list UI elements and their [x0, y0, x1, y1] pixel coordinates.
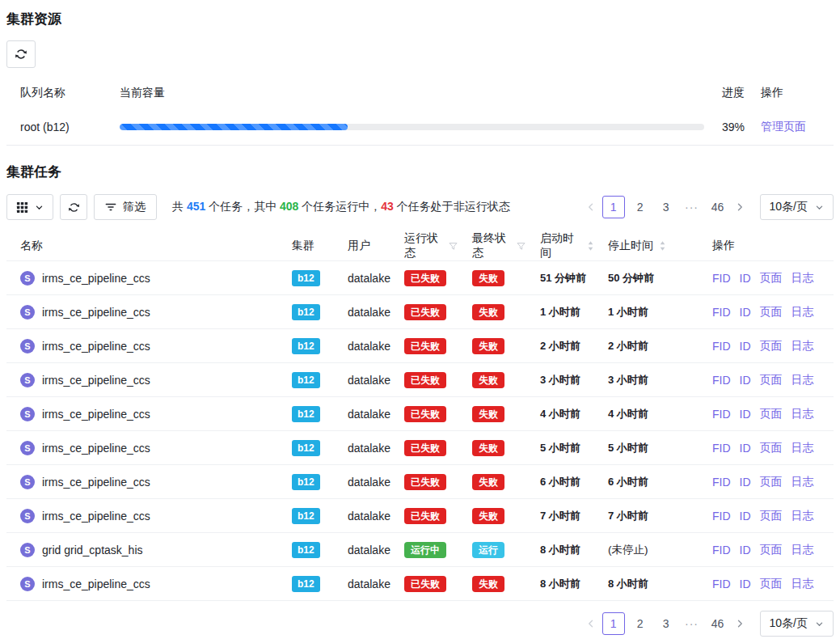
final-status-badge: 失败: [472, 304, 504, 320]
column-header: 运行状态: [390, 231, 458, 260]
action-link-id[interactable]: ID: [740, 578, 751, 590]
stop-time: (未停止): [608, 543, 648, 557]
action-link-日志[interactable]: 日志: [791, 305, 814, 320]
stop-time: 1 小时前: [608, 305, 648, 320]
action-link-fid[interactable]: FID: [712, 374, 731, 387]
action-link-日志[interactable]: 日志: [791, 339, 814, 353]
pagination-prev-button[interactable]: [582, 196, 600, 218]
column-header-label: 集群: [292, 239, 314, 253]
action-link-fid[interactable]: FID: [712, 510, 731, 523]
pagination-page-2[interactable]: 2: [630, 612, 651, 635]
action-link-日志[interactable]: 日志: [791, 373, 814, 387]
action-link-日志[interactable]: 日志: [791, 543, 814, 557]
action-link-fid[interactable]: FID: [712, 442, 731, 455]
pagination-page-3[interactable]: 3: [656, 196, 677, 218]
table-row: Sgrid grid_cptask_hisb12datalake运行中运行8 小…: [6, 533, 834, 567]
action-link-页面[interactable]: 页面: [760, 509, 783, 523]
action-link-日志[interactable]: 日志: [791, 475, 814, 489]
refresh-icon: [15, 48, 27, 61]
tasks-refresh-button[interactable]: [60, 194, 87, 220]
user-name: datalake: [348, 442, 390, 455]
start-time: 1 小时前: [540, 305, 580, 320]
action-link-id[interactable]: ID: [740, 544, 751, 556]
pagination-page-1[interactable]: 1: [602, 196, 625, 218]
column-header-label: 用户: [348, 239, 370, 253]
action-link-日志[interactable]: 日志: [791, 407, 814, 421]
resources-refresh-button[interactable]: [6, 40, 36, 68]
pagination-page-1[interactable]: 1: [602, 612, 625, 635]
action-link-页面[interactable]: 页面: [760, 475, 783, 489]
column-header: 名称: [6, 239, 278, 253]
pagination-page-46[interactable]: 46: [707, 612, 728, 635]
action-link-页面[interactable]: 页面: [760, 271, 783, 286]
action-link-id[interactable]: ID: [740, 442, 751, 455]
action-link-fid[interactable]: FID: [712, 272, 731, 285]
sort-icon[interactable]: [659, 240, 666, 252]
summary-count-blue: 451: [187, 200, 205, 213]
action-link-fid[interactable]: FID: [712, 306, 731, 319]
filter-button[interactable]: 筛选: [94, 194, 157, 220]
action-link-id[interactable]: ID: [740, 306, 751, 319]
user-name: datalake: [348, 272, 390, 285]
pagination-page-3[interactable]: 3: [656, 612, 677, 635]
action-link-页面[interactable]: 页面: [760, 373, 783, 387]
pagination-next-button[interactable]: [731, 612, 749, 635]
action-link-fid[interactable]: FID: [712, 476, 731, 489]
pagination-page-46[interactable]: 46: [707, 196, 728, 218]
filter-icon[interactable]: [448, 241, 458, 252]
cluster-badge: b12: [292, 474, 320, 490]
cluster-badge: b12: [292, 542, 320, 558]
action-link-日志[interactable]: 日志: [791, 271, 814, 286]
filter-icon[interactable]: [516, 241, 526, 252]
action-link-页面[interactable]: 页面: [760, 577, 783, 591]
pagination-page-2[interactable]: 2: [630, 196, 651, 218]
action-link-id[interactable]: ID: [740, 374, 751, 387]
start-time: 5 小时前: [540, 441, 580, 455]
action-link-日志[interactable]: 日志: [791, 509, 814, 523]
table-row: Sirms_ce_pipeline_ccsb12datalake已失败失败6 小…: [6, 465, 834, 499]
action-link-页面[interactable]: 页面: [760, 339, 783, 353]
action-link-id[interactable]: ID: [740, 476, 751, 489]
user-name: datalake: [348, 374, 390, 387]
action-link-id[interactable]: ID: [740, 340, 751, 353]
avatar: S: [20, 339, 35, 353]
sort-icon[interactable]: [587, 240, 594, 252]
start-time: 8 小时前: [540, 543, 580, 557]
action-link-fid[interactable]: FID: [712, 340, 731, 353]
final-status-badge: 失败: [472, 270, 504, 286]
page-size-select[interactable]: 10条/页: [760, 194, 834, 220]
action-link-日志[interactable]: 日志: [791, 441, 814, 455]
task-name: grid grid_cptask_his: [42, 544, 143, 556]
action-link-id[interactable]: ID: [740, 272, 751, 285]
run-status-badge: 运行中: [404, 542, 446, 558]
summary-count-green: 408: [280, 200, 298, 213]
action-link-fid[interactable]: FID: [712, 578, 731, 590]
action-link-id[interactable]: ID: [740, 510, 751, 523]
task-name: irms_ce_pipeline_ccs: [42, 374, 150, 387]
task-name: irms_ce_pipeline_ccs: [42, 578, 150, 590]
filter-button-label: 筛选: [123, 200, 146, 214]
pagination-ellipsis[interactable]: ···: [682, 612, 703, 635]
pagination-prev-button[interactable]: [582, 612, 600, 635]
action-link-页面[interactable]: 页面: [760, 543, 783, 557]
page-size-select[interactable]: 10条/页: [760, 611, 834, 637]
action-link-fid[interactable]: FID: [712, 408, 731, 421]
pagination-next-button[interactable]: [731, 196, 749, 218]
action-link-id[interactable]: ID: [740, 408, 751, 421]
manage-page-link[interactable]: 管理页面: [761, 120, 806, 133]
chevron-down-icon: [815, 203, 824, 212]
column-settings-button[interactable]: [6, 194, 53, 220]
pagination-ellipsis[interactable]: ···: [682, 196, 703, 218]
start-time: 3 小时前: [540, 373, 580, 387]
column-header-label: 名称: [20, 239, 43, 253]
tasks-toolbar: 筛选 共 451 个任务，其中 408 个任务运行中，43 个任务处于非运行状态…: [6, 194, 834, 220]
action-link-fid[interactable]: FID: [712, 544, 731, 556]
user-name: datalake: [348, 306, 390, 319]
action-link-页面[interactable]: 页面: [760, 407, 783, 421]
final-status-badge: 失败: [472, 508, 504, 524]
column-header: 集群: [278, 239, 334, 253]
action-link-日志[interactable]: 日志: [791, 577, 814, 591]
action-link-页面[interactable]: 页面: [760, 441, 783, 455]
final-status-badge: 失败: [472, 440, 504, 456]
action-link-页面[interactable]: 页面: [760, 305, 783, 320]
